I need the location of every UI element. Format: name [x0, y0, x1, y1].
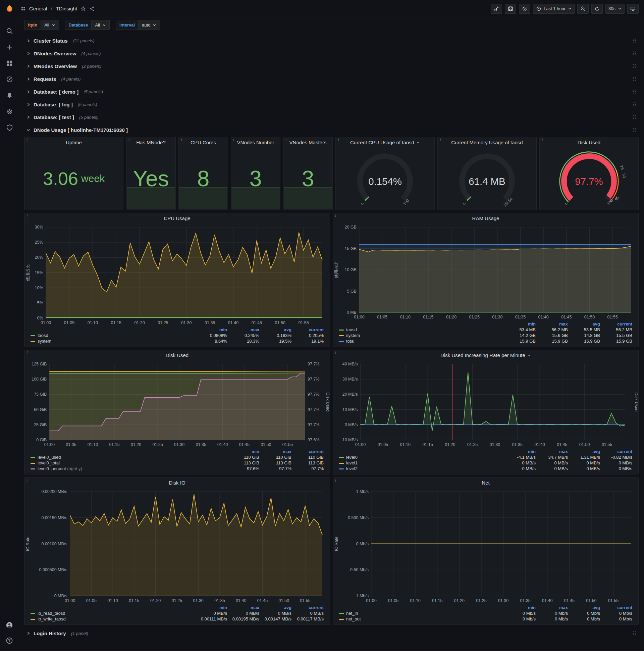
chart-cpu-usage[interactable]: 30%25%20%15%10%5%0%01:0001:0501:1001:150… [25, 223, 330, 327]
row-drag-handle-icon[interactable] [632, 89, 637, 94]
chart-disk-io[interactable]: 0.00200 MB/s0.00150 MB/s0.00100 MB/s0.00… [25, 488, 330, 605]
legend-col-current[interactable]: current [293, 327, 325, 333]
panel-menu-caret-icon[interactable] [416, 141, 420, 144]
legend-col-min[interactable]: min [505, 448, 537, 454]
row-drag-handle-icon[interactable] [632, 64, 637, 68]
panel-title-vnodes-masters[interactable]: VNodes Masters [283, 137, 332, 147]
toolbar-save-dashboard[interactable] [505, 4, 516, 14]
row-drag-handle-icon[interactable] [632, 76, 637, 81]
sidebar-item-dashboards[interactable] [6, 60, 13, 67]
chart-disk-used[interactable]: 125 GiB97.7%100 GiB97.7%75 GiB97.7%50 Gi… [25, 360, 330, 448]
panel-title-ram-usage[interactable]: RAM Usage [333, 213, 638, 223]
sidebar-item-explore[interactable] [6, 76, 13, 83]
legend-series-total[interactable]: total [338, 338, 505, 344]
panel-title-disk-used[interactable]: Disk Used [540, 137, 638, 147]
panel-title-cpu-usage[interactable]: CPU Usage [25, 213, 330, 223]
row-mnodes-overview[interactable]: MNodes Overview(2 panels) [24, 60, 639, 72]
variable-value-fqdn[interactable]: All [41, 20, 59, 30]
toolbar-zoom-out[interactable] [577, 4, 589, 14]
toolbar-refresh[interactable] [591, 4, 603, 14]
chart-plot-cpu-usage[interactable]: 30%25%20%15%10%5%0%01:0001:0501:1001:150… [25, 223, 330, 327]
chart-plot-disk-io[interactable]: 0.00200 MB/s0.00150 MB/s0.00100 MB/s0.00… [25, 488, 330, 605]
legend-col-max[interactable]: max [537, 605, 569, 610]
legend-series-level1[interactable]: level1 [338, 460, 505, 466]
row-dnode-usage[interactable]: DNode Usage [ huolinhe-TM1701:6030 ] [24, 124, 639, 135]
sidebar-item-alerting[interactable] [6, 92, 13, 99]
legend-series-level0-percent[interactable]: level0_percent (right-y) [29, 466, 228, 471]
panel-title-vnodes-number[interactable]: VNodes Number [231, 137, 280, 147]
chart-net[interactable]: 1 Mb/s0.500 Mb/s0 Mb/s-0.50 Mb/s-1 Mb/s0… [333, 488, 638, 605]
row-drag-handle-icon[interactable] [632, 631, 637, 636]
legend-col-min[interactable]: min [196, 605, 228, 610]
chart-plot-disk-used[interactable]: 125 GiB97.7%100 GiB97.7%75 GiB97.7%50 Gi… [25, 360, 330, 448]
row-database-log[interactable]: Database: [ log ](5 panels) [24, 99, 639, 110]
toolbar-cycle-view[interactable] [627, 4, 639, 14]
toolbar-add-panel[interactable] [491, 4, 502, 14]
legend-col-current[interactable]: current [293, 605, 325, 610]
panel-info-icon[interactable]: i [27, 213, 28, 218]
row-drag-handle-icon[interactable] [632, 51, 637, 56]
panel-info-icon[interactable]: i [338, 137, 339, 143]
legend-series-level0[interactable]: level0 [338, 454, 505, 460]
legend-col-min[interactable]: min [228, 448, 261, 454]
row-database-test[interactable]: Database: [ test ](5 panels) [24, 112, 639, 123]
panel-info-icon[interactable]: i [335, 478, 336, 483]
legend-series-level0-used[interactable]: level0_used [29, 454, 228, 460]
row-drag-handle-icon[interactable] [632, 38, 637, 43]
panel-info-icon[interactable]: i [542, 137, 543, 143]
legend-series-level0-total[interactable]: level0_total [29, 460, 228, 466]
legend-col-max[interactable]: max [537, 321, 569, 327]
legend-col-current[interactable]: current [293, 448, 325, 454]
row-login-history[interactable]: Login History(1 panel) [24, 627, 639, 639]
legend-col-current[interactable]: current [602, 605, 634, 610]
sidebar-item-profile[interactable] [6, 621, 13, 629]
panel-title-current-memory-usage-of-taosd[interactable]: Current Memory Usage of taosd [438, 137, 536, 147]
toolbar-dashboard-settings[interactable] [519, 4, 530, 14]
legend-series-system[interactable]: system [338, 333, 505, 338]
row-database-demo[interactable]: Database: [ demo ](5 panels) [24, 86, 639, 97]
chart-plot-disk-rate[interactable]: 40 MB/s30 MB/s20 MB/s10 MB/s0 MB/s-10 MB… [333, 360, 638, 448]
toolbar-refresh-interval[interactable]: 30s [605, 4, 624, 14]
legend-series-level2[interactable]: level2 [338, 466, 505, 471]
panel-title-uptime[interactable]: Uptime [25, 137, 123, 147]
legend-col-avg[interactable]: avg [261, 327, 293, 333]
breadcrumb-page[interactable]: TDinsight [56, 6, 77, 11]
legend-series-taosd[interactable]: taosd [29, 333, 196, 338]
panel-info-icon[interactable]: i [233, 137, 234, 143]
legend-col-max[interactable]: max [228, 605, 261, 610]
dashboard-grid-icon-button[interactable] [21, 6, 26, 11]
panel-title-disk-used-increasing-rate-per-minute[interactable]: Disk Used Increasing Rate per Minute [333, 350, 638, 360]
chart-plot-net[interactable]: 1 Mb/s0.500 Mb/s0 Mb/s-0.50 Mb/s-1 Mb/s0… [333, 488, 638, 605]
chart-ram-usage[interactable]: 20 GB15 GB10 GB5 GB0 MB01:0001:0501:1001… [333, 223, 638, 321]
panel-info-icon[interactable]: i [335, 213, 336, 218]
share-dashboard-button[interactable] [89, 6, 95, 11]
legend-col-max[interactable]: max [261, 448, 293, 454]
row-requests[interactable]: Requests(4 panels) [24, 73, 639, 85]
legend-col-avg[interactable]: avg [569, 605, 602, 610]
legend-series-io-read-taosd[interactable]: io_read_taosd [29, 610, 196, 616]
grafana-logo[interactable] [0, 0, 19, 18]
chart-plot-ram-usage[interactable]: 20 GB15 GB10 GB5 GB0 MB01:0001:0501:1001… [333, 223, 638, 321]
panel-title-cpu-cores[interactable]: CPU Cores [179, 137, 228, 147]
legend-series-net-out[interactable]: net_out [338, 616, 505, 622]
legend-series-system[interactable]: system [29, 338, 196, 344]
star-dashboard-button[interactable] [80, 6, 86, 11]
sidebar-item-create[interactable] [6, 43, 13, 51]
sidebar-item-configuration[interactable] [6, 108, 13, 115]
panel-title-disk-used[interactable]: Disk Used [25, 350, 330, 360]
panel-title-current-cpu-usage-of-taosd[interactable]: Current CPU Usage of taosd [336, 137, 434, 147]
legend-col-min[interactable]: min [505, 605, 537, 610]
panel-info-icon[interactable]: i [27, 478, 28, 483]
panel-info-icon[interactable]: i [440, 137, 441, 143]
legend-col-avg[interactable]: avg [569, 321, 602, 327]
sidebar-item-server-admin[interactable] [6, 124, 13, 131]
row-drag-handle-icon[interactable] [632, 102, 637, 107]
row-drag-handle-icon[interactable] [632, 115, 637, 120]
panel-info-icon[interactable]: i [285, 137, 286, 143]
row-dnodes-overview[interactable]: DNodes Overview(4 panels) [24, 48, 639, 59]
sidebar-item-help[interactable]: ? [6, 637, 13, 644]
toolbar-time-range[interactable]: Last 1 hour [533, 4, 575, 14]
legend-col-min[interactable]: min [505, 321, 537, 327]
legend-series-taosd[interactable]: taosd [338, 327, 505, 333]
variable-value-interval[interactable]: auto [138, 20, 160, 30]
